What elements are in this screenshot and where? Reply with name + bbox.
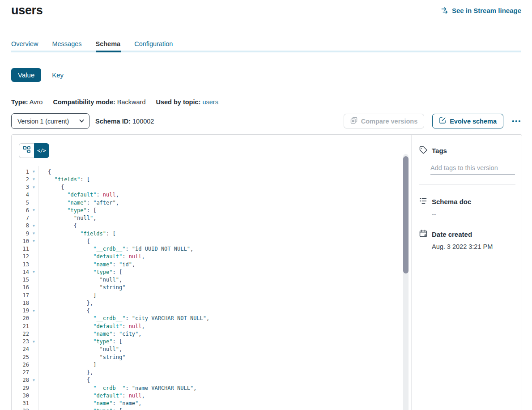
code-line: 16 "string" bbox=[12, 284, 411, 291]
code-line: 20 "__crdb__": "city VARCHAR NOT NULL", bbox=[12, 315, 411, 322]
code-line: 7 "null", bbox=[12, 214, 411, 222]
editor-scrollbar-thumb[interactable] bbox=[403, 156, 409, 273]
code-text: { bbox=[38, 308, 90, 314]
date-created-section: Date created Aug. 3 2022 3:21 PM bbox=[419, 230, 515, 250]
key-toggle-button[interactable]: Key bbox=[52, 71, 64, 79]
schema-doc-value: -- bbox=[432, 210, 515, 218]
line-number: 15 bbox=[12, 277, 29, 283]
code-line: 14▼ "type": [ bbox=[12, 268, 411, 276]
code-text: "default": null, bbox=[38, 253, 145, 260]
code-line: 5 "name": "after", bbox=[12, 199, 411, 206]
line-number: 1 bbox=[12, 169, 29, 175]
code-line: 25 "string" bbox=[12, 353, 411, 361]
fold-toggle-icon[interactable]: ▼ bbox=[29, 340, 38, 344]
line-number: 16 bbox=[12, 284, 29, 290]
schema-doc-section: Schema doc -- bbox=[419, 197, 515, 218]
fold-toggle-icon[interactable]: ▼ bbox=[29, 270, 38, 274]
fold-toggle-icon[interactable]: ▼ bbox=[29, 170, 38, 174]
schema-doc-heading: Schema doc bbox=[419, 197, 515, 206]
schema-metadata-sidebar: Tags Schema doc -- bbox=[411, 135, 523, 410]
code-view-icon: </> bbox=[37, 148, 46, 154]
tags-section-heading: Tags bbox=[419, 146, 515, 155]
fold-toggle-icon[interactable]: ▼ bbox=[29, 185, 38, 189]
editor-view-toggle: </> bbox=[19, 143, 49, 158]
controls-right: Compare versions Evolve schema bbox=[344, 114, 521, 128]
code-text: { bbox=[38, 377, 90, 383]
code-line: 1▼{ bbox=[12, 168, 411, 175]
tags-input[interactable] bbox=[430, 164, 515, 175]
line-number: 24 bbox=[12, 346, 29, 352]
code-area[interactable]: 1▼{2▼ "fields": [3▼ {4 "default": null,5… bbox=[12, 135, 411, 410]
fold-toggle-icon[interactable]: ▼ bbox=[29, 208, 38, 212]
compare-versions-button[interactable]: Compare versions bbox=[344, 114, 425, 128]
line-number: 14 bbox=[12, 269, 29, 275]
sidebar-divider bbox=[419, 184, 515, 185]
value-toggle-button[interactable]: Value bbox=[11, 68, 41, 82]
code-text: { bbox=[38, 184, 64, 190]
ellipsis-icon bbox=[512, 120, 514, 122]
code-text: { bbox=[38, 238, 90, 244]
active-tab-indicator bbox=[96, 51, 121, 52]
see-in-stream-lineage-link[interactable]: See in Stream lineage bbox=[441, 7, 521, 14]
code-line: 19▼ { bbox=[12, 307, 411, 315]
code-line: 27 }, bbox=[12, 369, 411, 376]
fold-toggle-icon[interactable]: ▼ bbox=[29, 378, 38, 382]
code-text: "type": [ bbox=[38, 408, 122, 410]
code-line: 13 "name": "id", bbox=[12, 261, 411, 268]
code-line: 28▼ { bbox=[12, 376, 411, 384]
tab-underline-track bbox=[11, 51, 521, 52]
code-line: 12 "default": null, bbox=[12, 253, 411, 261]
evolve-schema-button[interactable]: Evolve schema bbox=[432, 114, 503, 128]
fold-toggle-icon[interactable]: ▼ bbox=[29, 224, 38, 228]
code-text: "__crdb__": "id UUID NOT NULL", bbox=[38, 246, 193, 252]
fold-toggle-icon[interactable]: ▼ bbox=[29, 309, 38, 313]
fold-toggle-icon[interactable]: ▼ bbox=[29, 231, 38, 235]
line-number: 11 bbox=[12, 246, 29, 252]
code-line: 22 "name": "city", bbox=[12, 330, 411, 337]
topic-link[interactable]: users bbox=[202, 98, 218, 106]
code-text: "fields": [ bbox=[38, 231, 116, 237]
code-line: 6▼ "type": [ bbox=[12, 206, 411, 214]
line-number: 18 bbox=[12, 300, 29, 306]
code-view-button[interactable]: </> bbox=[34, 143, 49, 158]
line-number: 12 bbox=[12, 253, 29, 260]
line-number: 21 bbox=[12, 323, 29, 329]
tree-view-button[interactable] bbox=[19, 143, 34, 158]
code-line: 10▼ { bbox=[12, 237, 411, 245]
schema-type: Type: Avro bbox=[11, 98, 43, 106]
code-text: "default": null, bbox=[38, 192, 119, 198]
fold-toggle-icon[interactable]: ▼ bbox=[29, 177, 38, 181]
editor-scrollbar-track[interactable] bbox=[403, 154, 409, 410]
doc-list-icon bbox=[419, 197, 427, 206]
code-line: 4 "default": null, bbox=[12, 191, 411, 199]
line-number: 4 bbox=[12, 192, 29, 198]
line-number: 25 bbox=[12, 354, 29, 360]
line-number: 3 bbox=[12, 184, 29, 190]
version-select[interactable]: Version 1 (current) bbox=[11, 113, 89, 129]
date-created-heading: Date created bbox=[419, 230, 515, 239]
code-text: "null", bbox=[38, 215, 96, 221]
code-text: { bbox=[38, 169, 51, 175]
code-text: "string" bbox=[38, 354, 125, 360]
code-text: "null", bbox=[38, 346, 122, 352]
line-number: 6 bbox=[12, 207, 29, 214]
code-line: 29 "__crdb__": "name VARCHAR NULL", bbox=[12, 384, 411, 392]
code-text: "default": null, bbox=[38, 323, 145, 329]
code-text: "type": [ bbox=[38, 207, 96, 214]
code-line: 18 }, bbox=[12, 299, 411, 307]
code-line: 17 ] bbox=[12, 291, 411, 299]
line-number: 30 bbox=[12, 393, 29, 399]
line-number: 13 bbox=[12, 261, 29, 268]
copy-icon bbox=[350, 117, 358, 125]
more-options-button[interactable] bbox=[511, 119, 521, 124]
code-text: "string" bbox=[38, 284, 125, 290]
line-number: 5 bbox=[12, 200, 29, 206]
calendar-add-icon bbox=[419, 230, 427, 239]
fold-toggle-icon[interactable]: ▼ bbox=[29, 239, 38, 243]
code-text: "name": "city", bbox=[38, 331, 142, 337]
code-text: }, bbox=[38, 300, 93, 306]
page-title: users bbox=[11, 4, 43, 17]
line-number: 28 bbox=[12, 377, 29, 383]
code-text: "__crdb__": "city VARCHAR NOT NULL", bbox=[38, 315, 209, 321]
schema-page: users See in Stream lineage OverviewMess… bbox=[0, 0, 532, 410]
